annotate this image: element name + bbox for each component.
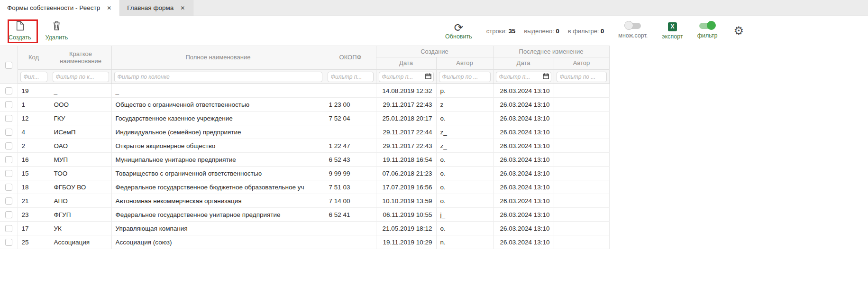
row-checkbox[interactable] xyxy=(5,129,12,136)
table-row[interactable]: 12ГКУГосударственное казенное учреждение… xyxy=(0,112,609,125)
column-header-created-author[interactable]: Автор xyxy=(436,57,493,70)
cell-okopf: 6 52 41 xyxy=(325,208,376,222)
create-button[interactable]: Создать xyxy=(9,21,31,41)
column-header-okopf[interactable]: ОКОПФ xyxy=(325,46,376,70)
tab-bar: Формы собственности - Реестр ✕ Главная ф… xyxy=(0,0,868,16)
multisort-toggle[interactable]: множ.сорт. xyxy=(618,23,648,39)
cell-created-author: o. xyxy=(436,167,493,180)
filter-cell-created-author xyxy=(436,70,493,84)
row-checkbox[interactable] xyxy=(5,225,12,232)
row-checkbox[interactable] xyxy=(5,170,12,177)
close-icon[interactable]: ✕ xyxy=(106,4,112,12)
data-grid: Код Краткое наименование Полное наименов… xyxy=(0,46,610,249)
table-row[interactable]: 25АссоциацияАссоциация (союз)19.11.2019 … xyxy=(0,235,609,249)
select-all-checkbox[interactable] xyxy=(5,62,12,69)
table-row[interactable]: 1ООООбщество с ограниченной ответственно… xyxy=(0,98,609,112)
cell-created-author: o. xyxy=(436,222,493,235)
delete-button[interactable]: Удалить xyxy=(46,21,68,41)
cell-modified-date: 26.03.2024 13:10 xyxy=(493,153,554,167)
cell-short-name: ООО xyxy=(50,98,111,112)
table-row[interactable]: 18ФГБОУ ВОФедеральное государственное бю… xyxy=(0,180,609,194)
toggle-off-icon[interactable] xyxy=(625,23,641,29)
filter-cell-created-date xyxy=(376,70,436,84)
cell-modified-date: 26.03.2024 13:10 xyxy=(493,180,554,194)
column-header-short-name[interactable]: Краткое наименование xyxy=(50,46,111,70)
cell-full-name: Товарищество с ограниченной ответственно… xyxy=(111,167,325,180)
filter-input-modified-author[interactable] xyxy=(557,72,607,82)
export-button[interactable]: X экспорт xyxy=(662,22,683,40)
tab-forms-registry[interactable]: Формы собственности - Реестр ✕ xyxy=(0,0,120,16)
table-row[interactable]: 2ОАООткрытое акционерное общество1 22 47… xyxy=(0,139,609,153)
column-header-modified-date[interactable]: Дата xyxy=(493,57,554,70)
trash-icon xyxy=(53,21,61,33)
calendar-icon[interactable] xyxy=(543,73,549,81)
filter-cell-okopf xyxy=(325,70,376,84)
filter-label: фильтр xyxy=(697,32,718,39)
filter-input-code[interactable] xyxy=(20,72,47,82)
table-row[interactable]: 16МУПМуниципальное унитарное предприятие… xyxy=(0,153,609,167)
toggle-on-icon[interactable] xyxy=(699,23,715,29)
filter-cell-short-name xyxy=(50,70,111,84)
row-checkbox[interactable] xyxy=(5,87,12,94)
cell-modified-date: 26.03.2024 13:10 xyxy=(493,222,554,235)
table-row[interactable]: 21АНОАвтономная некоммерческая организац… xyxy=(0,194,609,208)
table-row[interactable]: 17УКУправляющая компания21.05.2019 18:12… xyxy=(0,222,609,235)
cell-code: 2 xyxy=(18,139,50,153)
row-checkbox[interactable] xyxy=(5,101,12,108)
column-header-full-name[interactable]: Полное наименование xyxy=(111,46,325,70)
table-row[interactable]: 15ТООТоварищество с ограниченной ответст… xyxy=(0,167,609,180)
gear-icon[interactable]: ⚙ xyxy=(733,25,744,37)
table-row[interactable]: 4ИСемПИндивидуальное (семейное) предприя… xyxy=(0,125,609,139)
cell-code: 1 xyxy=(18,98,50,112)
cell-modified-author xyxy=(554,222,609,235)
calendar-icon[interactable] xyxy=(425,73,431,81)
row-checkbox[interactable] xyxy=(5,184,12,191)
close-icon[interactable]: ✕ xyxy=(179,4,186,12)
row-checkbox[interactable] xyxy=(5,197,12,205)
filter-toggle[interactable]: фильтр xyxy=(697,23,718,39)
row-checkbox[interactable] xyxy=(5,115,12,122)
filter-cell-modified-author xyxy=(554,70,609,84)
cell-code: 18 xyxy=(18,180,50,194)
cell-full-name: Государственное казенное учреждение xyxy=(111,112,325,125)
row-checkbox[interactable] xyxy=(5,211,12,218)
cell-modified-author xyxy=(554,125,609,139)
filter-cell-code xyxy=(18,70,50,84)
cell-okopf xyxy=(325,125,376,139)
tab-main-form[interactable]: Главная форма ✕ xyxy=(120,0,193,16)
filter-input-created-author[interactable] xyxy=(439,72,491,82)
cell-created-author: o. xyxy=(436,112,493,125)
filter-input-full-name[interactable] xyxy=(114,72,322,82)
cell-okopf: 1 22 47 xyxy=(325,139,376,153)
cell-modified-author xyxy=(554,98,609,112)
rows-count: строки: 35 xyxy=(486,28,516,35)
table-row[interactable]: 19__14.08.2019 12:32p.26.03.2024 13:10 xyxy=(0,84,609,98)
cell-created-date: 29.11.2017 22:43 xyxy=(376,98,436,112)
cell-modified-author xyxy=(554,112,609,125)
cell-code: 25 xyxy=(18,235,50,249)
create-button-label: Создать xyxy=(9,34,31,41)
cell-full-name: _ xyxy=(111,84,325,98)
row-checkbox[interactable] xyxy=(5,156,12,163)
cell-full-name: Муниципальное унитарное предприятие xyxy=(111,153,325,167)
table-row[interactable]: 23ФГУПФедеральное государственное унитар… xyxy=(0,208,609,222)
column-header-code[interactable]: Код xyxy=(18,46,50,70)
tab-label: Формы собственности - Реестр xyxy=(7,4,100,11)
column-header-modified-author[interactable]: Автор xyxy=(554,57,609,70)
refresh-button[interactable]: ⟳ Обновить xyxy=(445,22,472,40)
cell-full-name: Общество с ограниченной ответственностью xyxy=(111,98,325,112)
in-filter-count: в фильтре: 0 xyxy=(568,28,604,35)
cell-modified-date: 26.03.2024 13:10 xyxy=(493,112,554,125)
cell-created-author: j_ xyxy=(436,208,493,222)
table-body: 19__14.08.2019 12:32p.26.03.2024 13:101О… xyxy=(0,84,609,249)
grid-stats: строки: 35 выделено: 0 в фильтре: 0 xyxy=(486,28,604,35)
cell-okopf: 7 51 03 xyxy=(325,180,376,194)
row-checkbox-cell xyxy=(0,194,18,208)
filter-input-short-name[interactable] xyxy=(53,72,109,82)
cell-created-author: z_ xyxy=(436,98,493,112)
row-checkbox-cell xyxy=(0,222,18,235)
filter-input-okopf[interactable] xyxy=(328,72,374,82)
row-checkbox[interactable] xyxy=(5,239,12,246)
row-checkbox[interactable] xyxy=(5,142,12,150)
column-header-created-date[interactable]: Дата xyxy=(376,57,436,70)
